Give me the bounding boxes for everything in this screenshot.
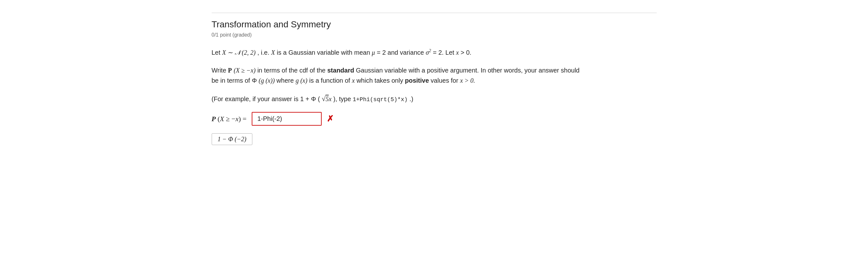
- answer-label: P (X ≥ −x) =: [212, 115, 247, 123]
- paragraph-3: (For example, if your answer is 1 + Φ ( …: [212, 93, 657, 104]
- p3-type: ), type: [333, 95, 353, 102]
- page-title: Transformation and Symmetry: [212, 20, 657, 30]
- p1-ie: , i.e.: [257, 49, 271, 56]
- p2-text-mid: in terms of the cdf of the: [257, 67, 328, 74]
- p2-x: x: [352, 77, 355, 84]
- p2-bold-standard: standard: [328, 67, 354, 74]
- p1-dist: 𝒩: [235, 49, 240, 56]
- p1-X: X: [222, 49, 226, 56]
- p2-positive-prefix: which takes only: [356, 77, 405, 84]
- p1-X2: X: [271, 49, 275, 56]
- p2-write: Write: [212, 67, 228, 74]
- p2-expr: (X ≥ −x): [234, 67, 255, 74]
- p3-end: .): [409, 95, 413, 102]
- p2-gx: g (x): [296, 77, 307, 84]
- p3-sqrt: √5x: [322, 95, 332, 102]
- p1-args: (2, 2): [242, 49, 255, 56]
- p1-sigma: σ2: [426, 49, 431, 56]
- p2-where: where: [277, 77, 296, 84]
- grade-info: 0/1 point (graded): [212, 32, 657, 38]
- paragraph-1: Let X ∼ 𝒩 (2, 2) , i.e. X is a Gaussian …: [212, 48, 657, 58]
- paragraph-2: Write P (X ≥ −x) in terms of the cdf of …: [212, 65, 657, 86]
- p1-mu: μ: [372, 49, 375, 56]
- p2-bold-positive: positive: [405, 77, 429, 84]
- p2-values: values for: [431, 77, 460, 84]
- p2-func: is a function of: [309, 77, 352, 84]
- p1-sim: ∼: [228, 49, 235, 56]
- p1-text1: is a Gaussian variable with mean: [277, 49, 372, 56]
- p2-bold-P: P: [228, 67, 232, 74]
- p1-x: x: [456, 49, 459, 56]
- p1-eq1: = 2 and variance: [377, 49, 426, 56]
- correct-answer-box: 1 − Φ (−2): [212, 132, 657, 145]
- p1-let: Let: [212, 49, 222, 56]
- p2-g-expr: (g (x)): [259, 77, 275, 84]
- p3-code: 1+Phi(sqrt(5)*x): [353, 96, 408, 103]
- wrong-icon: ✗: [327, 114, 334, 124]
- p1-gt: > 0.: [461, 49, 471, 56]
- p3-example-prefix: (For example, if your answer is 1 + Φ (: [212, 95, 320, 102]
- p1-eq2: = 2. Let: [433, 49, 456, 56]
- correct-answer-text: 1 − Φ (−2): [212, 133, 253, 145]
- page-container: Transformation and Symmetry 0/1 point (g…: [212, 13, 657, 145]
- answer-input[interactable]: [252, 112, 322, 126]
- answer-row: P (X ≥ −x) = ✗: [212, 112, 657, 126]
- p2-xgt: x > 0.: [460, 77, 475, 84]
